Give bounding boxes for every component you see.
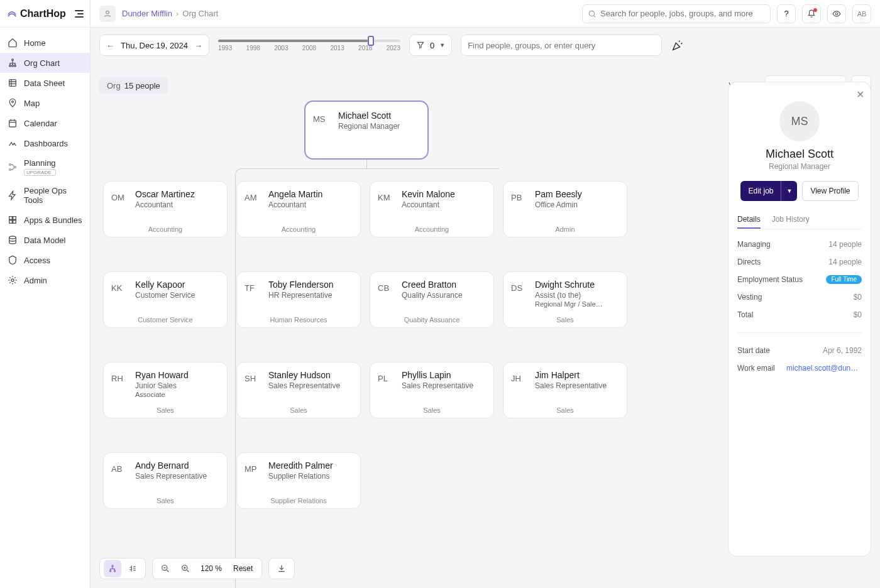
sidebar-item-calendar[interactable]: Calendar (0, 113, 90, 133)
person-card[interactable]: PLPhyllis LapinSales RepresentativeSales (370, 362, 494, 418)
person-initials: AM (245, 189, 262, 229)
person-name: Oscar Martinez (135, 189, 219, 199)
profile-panel: ✕ MS Michael Scott Regional Manager Edit… (728, 82, 871, 557)
person-card[interactable]: DSDwight SchruteAssist (to the)Regional … (503, 271, 627, 328)
calendar-icon (8, 118, 18, 128)
zoom-out-button[interactable] (157, 560, 174, 577)
sidebar-item-dashboards[interactable]: Dashboards (0, 133, 90, 153)
user-avatar[interactable]: AB (852, 4, 871, 23)
timeline-year: 2023 (387, 45, 400, 52)
plus-magnify-icon (181, 564, 190, 573)
svg-point-20 (109, 570, 111, 572)
person-card[interactable]: OMOscar MartinezAccountantAccounting (103, 181, 228, 237)
person-card[interactable]: ABAndy BernardSales RepresentativeSales (103, 452, 228, 509)
nav-label: Org Chart (24, 58, 60, 68)
person-card[interactable]: CBCreed BrattonQuality AssuranceQuabity … (370, 271, 494, 328)
date-label: Thu, Dec 19, 2024 (121, 41, 188, 50)
svg-rect-13 (13, 220, 16, 224)
person-initials: PB (511, 189, 529, 229)
person-card[interactable]: PBPam BeeslyOffice AdminAdmin (503, 181, 627, 237)
detail-value: $0 (854, 293, 862, 302)
tab-job-history[interactable]: Job History (772, 211, 810, 229)
reset-button[interactable]: Reset (228, 564, 258, 573)
filter-icon (416, 41, 425, 50)
person-name: Stanley Hudson (268, 370, 353, 380)
user-chip-icon[interactable] (99, 6, 116, 22)
app-name: ChartHop (20, 8, 66, 19)
sidebar-item-admin[interactable]: Admin (0, 270, 90, 290)
help-button[interactable]: ? (777, 4, 796, 23)
view-tree-button[interactable] (104, 560, 121, 577)
sidebar-item-map[interactable]: Map (0, 93, 90, 113)
person-dept: Sales (104, 497, 227, 504)
edit-job-button[interactable]: Edit job ▼ (740, 181, 797, 201)
timeline-handle[interactable] (368, 36, 374, 46)
view-compact-button[interactable] (124, 560, 141, 577)
app-logo[interactable]: ChartHop (6, 8, 66, 19)
sidebar-collapse-icon[interactable] (72, 8, 84, 19)
global-search-input[interactable] (600, 9, 765, 18)
nav-label: Data Model (24, 236, 65, 245)
svg-point-7 (9, 164, 11, 166)
person-name: Michael Scott (338, 111, 420, 121)
person-initials: KK (111, 280, 129, 320)
sidebar-item-data-model[interactable]: Data Model (0, 230, 90, 250)
sidebar-item-apps-&-bundles[interactable]: Apps & Bundles (0, 210, 90, 230)
person-subtitle: Associate (135, 391, 219, 400)
download-button[interactable] (273, 560, 290, 577)
tab-details[interactable]: Details (737, 211, 761, 229)
person-dept: Accounting (237, 226, 360, 233)
detail-key: Total (737, 310, 753, 319)
query-input[interactable] (468, 41, 655, 50)
org-count-pill[interactable]: Org 15 people (99, 77, 168, 94)
query-input-wrap[interactable] (461, 35, 662, 56)
person-card[interactable]: TFToby FlendersonHR RepresentativeHuman … (236, 271, 361, 328)
chevron-down-icon[interactable]: ▼ (781, 181, 797, 201)
svg-point-8 (9, 169, 11, 171)
svg-point-16 (106, 11, 109, 14)
view-profile-button[interactable]: View Profile (802, 181, 858, 201)
close-icon[interactable]: ✕ (856, 89, 864, 101)
breadcrumb-org[interactable]: Dunder Mifflin (122, 9, 172, 18)
date-prev-icon[interactable]: ← (106, 41, 114, 50)
visibility-button[interactable] (827, 4, 846, 23)
person-card[interactable]: SHStanley HudsonSales RepresentativeSale… (236, 362, 361, 418)
person-card[interactable]: RHRyan HowardJunior SalesAssociateSales (103, 362, 228, 418)
notifications-button[interactable] (802, 4, 821, 23)
svg-point-0 (12, 59, 14, 61)
person-dept: Sales (503, 406, 627, 414)
person-card[interactable]: MPMeredith PalmerSupplier RelationsSuppl… (236, 452, 361, 509)
nav-label: Dashboards (24, 139, 68, 148)
celebrate-icon[interactable] (671, 38, 685, 52)
sidebar-item-people-ops-tools[interactable]: People Ops Tools (0, 181, 90, 210)
sidebar-item-org-chart[interactable]: Org Chart (0, 53, 90, 73)
zoom-in-button[interactable] (177, 560, 194, 577)
timeline-year: 2003 (274, 45, 288, 52)
sidebar-item-home[interactable]: Home (0, 33, 90, 53)
org-root-card[interactable]: MS Michael Scott Regional Manager (304, 101, 429, 160)
date-picker[interactable]: ← Thu, Dec 19, 2024 → (99, 35, 209, 56)
sidebar-item-data-sheet[interactable]: Data Sheet (0, 73, 90, 93)
person-title: Accountant (402, 200, 486, 209)
person-card[interactable]: KKKelly KapoorCustomer ServiceCustomer S… (103, 271, 228, 328)
person-title: Office Admin (535, 200, 619, 209)
person-name: Kevin Malone (402, 189, 486, 199)
person-dept: Admin (503, 226, 627, 233)
filter-button[interactable]: 0 ▼ (409, 35, 452, 56)
svg-point-17 (589, 11, 594, 16)
lightning-icon (8, 190, 18, 200)
person-title: Junior Sales (135, 381, 219, 390)
sidebar-item-access[interactable]: Access (0, 250, 90, 270)
person-card[interactable]: KMKevin MaloneAccountantAccounting (370, 181, 494, 237)
person-card[interactable]: AMAngela MartinAccountantAccounting (236, 181, 361, 237)
email-link[interactable]: michael.scott@dundermi… (786, 364, 862, 373)
minus-magnify-icon (161, 564, 170, 573)
global-search[interactable] (582, 4, 771, 23)
sidebar-item-planning[interactable]: PlanningUPGRADE (0, 153, 90, 181)
person-dept: Accounting (370, 226, 493, 233)
date-next-icon[interactable]: → (194, 41, 202, 50)
person-dept: Human Resources (237, 316, 360, 324)
person-title: Assist (to the) (535, 291, 619, 300)
person-card[interactable]: JHJim HalpertSales RepresentativeSales (503, 362, 627, 418)
timeline-slider[interactable]: 1993199820032008201320182023 (218, 35, 400, 56)
